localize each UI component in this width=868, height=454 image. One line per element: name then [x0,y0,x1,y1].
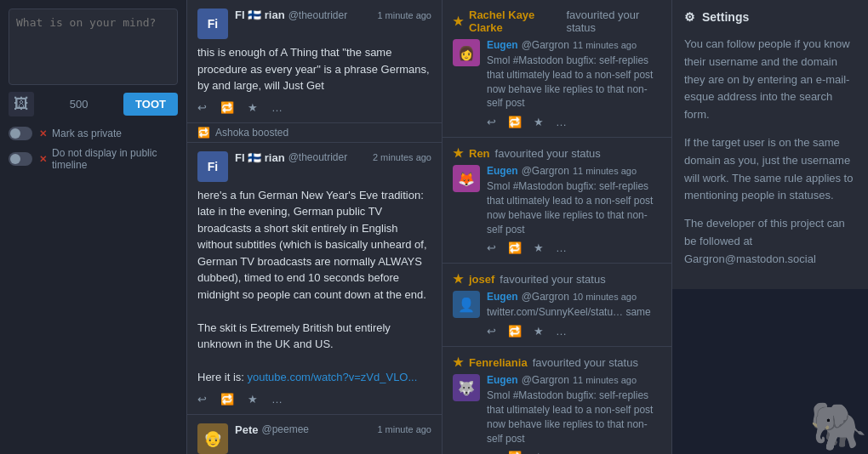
favourite-button[interactable]: ★ [248,101,258,114]
notif-at: @Gargron [522,39,569,51]
more-button[interactable]: … [556,451,567,454]
status-content-long: here's a fun German New Year's Eve tradi… [197,187,431,386]
media-upload-button[interactable]: 🖼 [9,92,34,116]
notif-text-2: Eugen @Gargron 11 minutes ago Smol #Mast… [487,165,661,254]
reply-button[interactable]: ↩ [487,325,496,338]
more-button[interactable]: … [271,393,283,406]
avatar: Fi [197,151,228,182]
char-count: 500 [70,98,89,111]
username: @peemee [261,423,309,435]
notif-name-4: Eugen [487,374,518,386]
boost-button[interactable]: 🔁 [508,116,522,128]
status-meta: Pete @peemee 1 minute ago [235,423,431,436]
boost-button[interactable]: 🔁 [508,241,522,254]
display-name: Pete [235,423,258,436]
notif-header: ★ Rachel Kaye Clarke favourited your sta… [453,9,661,34]
notif-body-3: 👤 Eugen @Gargron 10 minutes ago twitter.… [453,291,661,338]
notifications-column: ★ Rachel Kaye Clarke favourited your sta… [443,0,672,454]
notif-time: 11 minutes ago [573,40,637,50]
settings-para-1: You can follow people if you know their … [684,36,856,124]
notif-content-3: twitter.com/SunnyKeel/statu… same [487,305,661,320]
settings-para-3: The developer of this project can be fol… [684,215,856,268]
gear-icon: ⚙ [684,10,695,24]
timestamp: 1 minute ago [377,10,431,20]
boost-button[interactable]: 🔁 [220,101,234,114]
notif-meta-2: Eugen @Gargron 11 minutes ago [487,165,661,177]
mark-private-option: ✕ Mark as private [9,127,178,140]
compose-textarea[interactable] [9,9,178,85]
more-button[interactable]: … [556,325,567,338]
notif-content-4: Smol #Mastodon bugfix: self-replies that… [487,389,661,445]
youtube-link[interactable]: youtube.com/watch?v=zVd_VLO... [248,371,418,383]
status-actions: ↩ 🔁 ★ … [197,393,431,406]
status-actions: ↩ 🔁 ★ … [197,101,431,114]
notif-actions-2: ↩ 🔁 ★ … [487,241,661,254]
notif-action-2: favourited your status [495,147,601,160]
notif-text-3: Eugen @Gargron 10 minutes ago twitter.co… [487,291,661,338]
no-public-toggle[interactable] [9,152,32,166]
boost-notice: 🔁 Ashoka boosted [187,123,442,143]
favourite-button[interactable]: ★ [534,325,544,338]
boost-icon: 🔁 [197,127,210,139]
reply-button[interactable]: ↩ [487,116,496,128]
notif-by-name: Rachel Kaye Clarke [469,9,561,34]
display-name: FI 🇫🇮 rian [235,9,285,21]
more-button[interactable]: … [556,241,567,254]
favourite-button[interactable]: ★ [534,241,544,254]
notif-body-2: 🦊 Eugen @Gargron 11 minutes ago Smol #Ma… [453,165,661,254]
favourite-button[interactable]: ★ [534,116,544,128]
favourite-button[interactable]: ★ [248,393,258,406]
settings-title: ⚙ Settings [684,10,856,24]
settings-para-2: If the target user is on the same domain… [684,134,856,205]
toggle-x-icon-2: ✕ [39,154,47,165]
status-header: 👴 Pete @peemee 1 minute ago [197,423,431,454]
notif-avatar-2: 🦊 [453,165,480,192]
toot-button[interactable]: TOOT [123,93,178,116]
username: @theoutrider [288,9,348,21]
notif-header-3: ★ josef favourited your status [453,272,661,286]
reply-button[interactable]: ↩ [197,101,207,114]
status-card-pete: 👴 Pete @peemee 1 minute ago So this is 2… [187,415,442,455]
notif-actions-4: ↩ 🔁 ★ … [487,451,661,454]
status-name: FI 🇫🇮 rian @theoutrider 2 minutes ago [235,151,431,164]
notif-time-4: 11 minutes ago [573,375,637,385]
reply-button[interactable]: ↩ [487,241,496,254]
notif-meta-3: Eugen @Gargron 10 minutes ago [487,291,661,303]
notif-at-3: @Gargron [522,291,569,303]
compose-column: 🖼 500 TOOT ✕ Mark as private ✕ Do not di… [0,0,187,454]
more-button[interactable]: … [556,116,567,128]
settings-title-text: Settings [702,10,749,24]
boost-button[interactable]: 🔁 [508,451,522,454]
no-public-option: ✕ Do not display in public timeline [9,147,178,171]
mark-private-toggle[interactable] [9,127,32,140]
star-icon: ★ [453,14,464,28]
status-card: Fi FI 🇫🇮 rian @theoutrider 1 minute ago … [187,0,442,123]
notif-avatar-4: 🐺 [453,374,480,401]
status-name: Pete @peemee 1 minute ago [235,423,431,436]
notif-name-3: Eugen [487,291,518,303]
compose-options: ✕ Mark as private ✕ Do not display in pu… [9,127,178,171]
notif-meta: Eugen @Gargron 11 minutes ago [487,39,661,51]
status-content: this is enough of A Thing that "the same… [197,44,431,94]
reply-button[interactable]: ↩ [487,451,496,454]
notif-header-2: ★ Ren favourited your status [453,146,661,160]
notif-actions: ↩ 🔁 ★ … [487,116,661,128]
notif-at-2: @Gargron [522,165,569,177]
notif-content-2: Smol #Mastodon bugfix: self-replies that… [487,179,661,236]
reply-button[interactable]: ↩ [197,393,207,406]
boost-button[interactable]: 🔁 [220,393,234,406]
feed-column: Fi FI 🇫🇮 rian @theoutrider 1 minute ago … [187,0,443,454]
status-header: Fi FI 🇫🇮 rian @theoutrider 1 minute ago [197,9,431,39]
favourite-button[interactable]: ★ [534,451,544,454]
notif-name-2: Eugen [487,165,518,177]
notif-time-2: 11 minutes ago [573,166,637,176]
star-icon-4: ★ [453,355,464,369]
notif-body-4: 🐺 Eugen @Gargron 11 minutes ago Smol #Ma… [453,374,661,454]
boost-button[interactable]: 🔁 [508,325,522,338]
notif-card-1: ★ Rachel Kaye Clarke favourited your sta… [443,0,671,138]
status-header: Fi FI 🇫🇮 rian @theoutrider 2 minutes ago [197,151,431,182]
boost-text: Ashoka boosted [215,127,288,139]
notif-by-name-4: Fenreliania [469,356,528,369]
notif-avatar-3: 👤 [453,291,480,318]
more-button[interactable]: … [271,101,283,114]
